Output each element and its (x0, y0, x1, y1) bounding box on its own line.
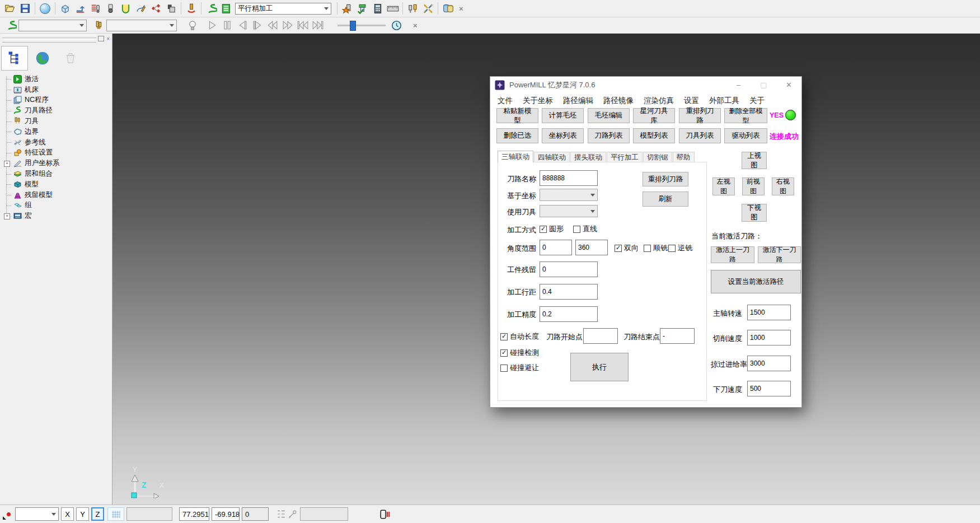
tree-item-models[interactable]: 模型 (0, 179, 112, 190)
checkbox-icon[interactable] (615, 245, 622, 252)
speed-slider[interactable] (337, 20, 386, 30)
recycle-bin-tab[interactable] (57, 46, 84, 71)
transform-model-icon[interactable] (420, 2, 435, 16)
set-active-path-button[interactable]: 设置当前激活路径 (711, 270, 801, 293)
pause-icon[interactable] (219, 18, 235, 32)
checkbox-icon[interactable] (644, 245, 651, 252)
stock-allowance-input[interactable] (540, 262, 598, 277)
refresh-button[interactable]: 刷新 (643, 192, 688, 207)
tool-list-button[interactable]: 刀具列表 (679, 128, 721, 143)
position-field[interactable] (300, 507, 348, 521)
axis-z-button[interactable]: Z (91, 507, 104, 521)
menu-settings[interactable]: 设置 (679, 96, 704, 106)
float-panel-icon[interactable] (98, 36, 104, 41)
grid-toggle-button[interactable] (107, 507, 124, 521)
tree-item-machine-tool[interactable]: 机床 (0, 85, 112, 95)
circle-checkbox[interactable]: 圆形 (540, 224, 564, 234)
web-tab[interactable] (29, 46, 56, 71)
compute-stock-button[interactable]: 计算毛坯 (542, 108, 584, 123)
collision-detect-checkbox[interactable]: 碰撞检测 (500, 348, 539, 358)
light-icon[interactable] (185, 18, 200, 32)
checkbox-icon[interactable] (540, 226, 547, 233)
tree-item-toolpaths[interactable]: 刀具路径 (0, 105, 112, 116)
fast-forward-icon[interactable] (280, 18, 295, 32)
checkbox-icon[interactable] (500, 365, 508, 372)
view-top-button[interactable]: 上视图 (742, 152, 767, 169)
strategy-list-icon[interactable] (219, 2, 234, 16)
tab-help[interactable]: 帮助 (673, 152, 695, 162)
toolpath-name-input[interactable] (540, 170, 598, 186)
base-coordinate-select[interactable] (540, 189, 598, 201)
menu-external-tools[interactable]: 外部工具 (704, 96, 744, 106)
workplane-select[interactable] (15, 507, 59, 521)
climb-checkbox[interactable]: 顺铣 (644, 243, 668, 253)
close-button[interactable]: ✕ (776, 77, 801, 93)
save-icon[interactable] (17, 2, 32, 16)
auto-length-checkbox[interactable]: 自动长度 (500, 331, 539, 342)
coord-list-button[interactable]: 坐标列表 (542, 128, 584, 143)
step-forward-icon[interactable] (250, 18, 265, 32)
tool-block-icon[interactable] (163, 2, 179, 16)
axis-x-button[interactable]: X (61, 507, 74, 521)
checkbox-icon[interactable] (573, 226, 580, 233)
tab-saw[interactable]: 切割锯 (643, 152, 672, 162)
tree-item-patterns[interactable]: 参考线 (0, 137, 112, 148)
tracking-color-button[interactable] (2, 507, 15, 521)
menu-render-sim[interactable]: 渲染仿真 (639, 96, 679, 106)
clipboard-pause-icon[interactable] (379, 507, 391, 521)
toolpath-icon[interactable] (204, 2, 219, 16)
nc-program-list-icon[interactable] (88, 2, 103, 16)
slider-handle[interactable] (350, 21, 356, 31)
delete-selected-button[interactable]: 删除已选 (496, 128, 538, 143)
rewind-icon[interactable] (265, 18, 280, 32)
tree-item-workplanes[interactable]: + 用户坐标系 (0, 158, 112, 169)
grid-size-field[interactable] (126, 507, 172, 521)
tool-library-button[interactable]: 星河刀具库 (633, 108, 675, 123)
close-toolbar-icon[interactable]: × (410, 21, 421, 30)
start-point-input[interactable] (583, 328, 618, 344)
close-panel-icon[interactable]: × (106, 36, 110, 42)
view-right-button[interactable]: 右视图 (772, 178, 794, 195)
conventional-checkbox[interactable]: 逆铣 (668, 243, 692, 253)
measure-icon[interactable] (385, 2, 400, 16)
expand-icon[interactable]: + (4, 213, 10, 220)
toolpath-list-button[interactable]: 刀路列表 (588, 128, 630, 143)
menu-path-mirror[interactable]: 路径镜像 (598, 96, 639, 106)
tab-parallel[interactable]: 平行加工 (607, 152, 643, 162)
activate-next-toolpath-button[interactable]: 激活下一刀路 (758, 246, 801, 263)
menu-path-edit[interactable]: 路径编辑 (558, 96, 598, 106)
axis-y-button[interactable]: Y (76, 507, 89, 521)
view-front-button[interactable]: 前视图 (742, 178, 765, 195)
bidirectional-checkbox[interactable]: 双向 (615, 243, 639, 253)
tool-favourite-icon[interactable] (340, 2, 355, 16)
step-back-icon[interactable] (235, 18, 250, 32)
end-point-input[interactable] (660, 328, 695, 344)
explorer-tree-tab[interactable] (1, 46, 28, 71)
tree-item-boundaries[interactable]: 边界 (0, 127, 112, 137)
execute-button[interactable]: 执行 (570, 353, 629, 381)
stock-edit-button[interactable]: 毛坯编辑 (588, 108, 630, 123)
menu-coordinates[interactable]: 关于坐标 (518, 96, 558, 106)
locate-point-icon[interactable] (288, 507, 298, 521)
open-icon[interactable] (2, 2, 17, 16)
tab-3axis[interactable]: 三轴联动 (498, 151, 533, 162)
angle-to-input[interactable] (575, 240, 608, 255)
collision-avoid-checkbox[interactable]: 碰撞避让 (500, 363, 539, 373)
line-checkbox[interactable]: 直线 (573, 224, 597, 234)
leads-and-links-icon[interactable] (73, 2, 88, 16)
checkbox-icon[interactable] (500, 349, 508, 357)
delete-all-models-button[interactable]: 删除全部模型 (724, 108, 767, 123)
pattern-points-icon[interactable] (148, 2, 163, 16)
drive-list-button[interactable]: 驱动列表 (724, 128, 767, 143)
stepover-input[interactable] (540, 284, 598, 300)
use-tool-select[interactable] (540, 205, 598, 217)
calculator-icon[interactable] (370, 2, 385, 16)
tree-item-tools[interactable]: 刀具 (0, 116, 112, 127)
tab-head-swing[interactable]: 摆头联动 (570, 152, 606, 162)
paste-new-model-button[interactable]: 粘贴新模型 (496, 108, 538, 123)
rearrange-toolpaths-button[interactable]: 重排列刀路 (643, 172, 688, 186)
sim-tool-select[interactable] (106, 20, 177, 31)
plunge-feed-input[interactable] (747, 381, 791, 396)
rearrange-toolpaths-button[interactable]: 重排列刀路 (679, 108, 721, 123)
compare-cylinders-icon[interactable] (440, 2, 456, 16)
